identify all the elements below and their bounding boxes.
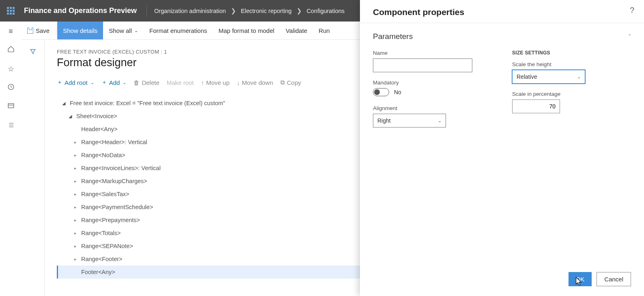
chevron-up-icon[interactable]: ˄ — [628, 33, 631, 40]
chevron-right-icon: ❯ — [231, 8, 236, 14]
tree-label: Range<SEPANote> — [81, 243, 133, 249]
scale-height-value: Relative — [517, 73, 537, 80]
home-icon[interactable] — [7, 45, 15, 55]
add-root-button[interactable]: ＋Add root⌄ — [57, 79, 94, 86]
expand-icon[interactable] — [73, 244, 77, 249]
cancel-button[interactable]: Cancel — [597, 272, 631, 286]
expand-icon[interactable] — [73, 218, 77, 223]
move-down-button[interactable]: ↓Move down — [237, 79, 273, 86]
add-root-label: Add root — [65, 79, 88, 86]
show-details-button[interactable]: Show details — [57, 22, 103, 39]
alignment-select[interactable]: Right ⌄ — [373, 114, 446, 127]
collapse-icon[interactable]: ◢ — [62, 101, 66, 106]
save-button[interactable]: Save — [22, 22, 55, 39]
filter-icon[interactable] — [29, 48, 37, 296]
add-button[interactable]: ＋Add⌄ — [101, 79, 127, 86]
help-icon[interactable]: ? — [630, 6, 634, 15]
scale-height-select[interactable]: Relative ⌄ — [512, 70, 585, 84]
waffle-icon — [7, 7, 15, 15]
plus-icon: ＋ — [101, 79, 107, 86]
svg-rect-1 — [8, 104, 14, 108]
scale-height-label: Scale the height — [512, 61, 631, 67]
size-settings-heading: SIZE SETTINGS — [512, 50, 631, 56]
breadcrumb-item[interactable]: Electronic reporting — [241, 8, 292, 14]
component-properties-panel: ? Component properties Parameters ˄ Name… — [360, 0, 644, 296]
arrow-down-icon: ↓ — [237, 79, 240, 86]
collapse-icon[interactable]: ◢ — [68, 114, 72, 119]
tree-label: Range<MarkupCharges> — [81, 178, 147, 184]
tree-label: Range<SalesTax> — [81, 191, 129, 197]
chevron-down-icon: ⌄ — [90, 80, 94, 85]
name-input[interactable] — [373, 58, 472, 72]
tree-label: Range<NoData> — [81, 152, 125, 158]
mandatory-toggle[interactable] — [373, 88, 389, 96]
arrow-up-icon: ↑ — [201, 79, 204, 86]
tree-label: Footer<Any> — [81, 269, 115, 275]
delete-label: Delete — [142, 79, 159, 86]
copy-label: Copy — [287, 79, 301, 86]
tree-label: Range<InvoiceLines>: Vertical — [81, 165, 161, 171]
expand-icon[interactable] — [73, 166, 77, 171]
tree-label: Range<PaymentSchedule> — [81, 204, 153, 210]
left-nav-rail: ≡ ☆ — [0, 22, 22, 296]
chevron-down-icon: ⌄ — [134, 28, 138, 33]
separator — [146, 5, 147, 17]
tree-label: Range<Header>: Vertical — [81, 139, 147, 145]
expand-icon[interactable] — [73, 257, 77, 262]
breadcrumb-item[interactable]: Organization administration — [154, 8, 226, 14]
filter-rail — [22, 40, 45, 296]
app-launcher[interactable] — [0, 7, 22, 15]
expand-icon[interactable] — [73, 192, 77, 197]
expand-icon[interactable] — [73, 205, 77, 210]
expand-icon[interactable] — [73, 140, 77, 145]
tree-label: Sheet<Invoice> — [76, 113, 117, 119]
format-enumerations-button[interactable]: Format enumerations — [144, 22, 213, 39]
menu-icon[interactable]: ≡ — [9, 27, 13, 36]
clock-icon[interactable] — [7, 83, 15, 93]
plus-icon: ＋ — [57, 79, 62, 86]
parameters-label: Parameters — [373, 32, 413, 41]
expand-icon[interactable] — [73, 179, 77, 184]
show-details-label: Show details — [63, 27, 97, 34]
ok-button[interactable]: OK — [569, 272, 592, 286]
separator — [56, 26, 56, 36]
save-label: Save — [36, 27, 50, 34]
make-root-button: Make root — [167, 79, 194, 86]
save-icon — [27, 28, 33, 34]
parameters-section-header[interactable]: Parameters ˄ — [373, 32, 631, 41]
alignment-value: Right — [377, 117, 391, 124]
scale-percentage-label: Scale in percentage — [512, 91, 631, 97]
chevron-down-icon: ⌄ — [438, 118, 442, 123]
move-up-label: Move up — [206, 79, 230, 86]
move-up-button[interactable]: ↑Move up — [201, 79, 229, 86]
chevron-right-icon: ❯ — [297, 8, 302, 14]
tree-label: Free text invoice: Excel = "Free text in… — [70, 100, 225, 106]
show-all-label: Show all — [109, 27, 132, 34]
list-icon[interactable] — [7, 121, 15, 131]
name-label: Name — [373, 50, 492, 56]
chevron-down-icon: ⌄ — [577, 74, 581, 80]
expand-icon[interactable] — [73, 153, 77, 158]
tree-label: Range<Totals> — [81, 230, 121, 236]
trash-icon: 🗑 — [134, 79, 140, 86]
copy-icon: ⧉ — [280, 79, 285, 86]
mandatory-value: No — [394, 89, 401, 95]
app-title: Finance and Operations Preview — [22, 6, 146, 15]
add-label: Add — [109, 79, 120, 86]
move-down-label: Move down — [242, 79, 273, 86]
show-all-button[interactable]: Show all ⌄ — [103, 22, 144, 39]
alignment-label: Alignment — [373, 105, 492, 111]
breadcrumb-item[interactable]: Configurations — [307, 8, 345, 14]
scale-percentage-input[interactable] — [512, 99, 560, 113]
delete-button[interactable]: 🗑Delete — [134, 79, 159, 86]
copy-button[interactable]: ⧉Copy — [280, 79, 301, 86]
workspace-icon[interactable] — [7, 102, 15, 112]
mandatory-label: Mandatory — [373, 80, 492, 86]
star-icon[interactable]: ☆ — [8, 65, 14, 73]
expand-icon[interactable] — [73, 231, 77, 236]
tree-label: Range<Footer> — [81, 256, 123, 262]
panel-title: Component properties — [360, 0, 644, 23]
validate-button[interactable]: Validate — [280, 22, 313, 39]
map-format-button[interactable]: Map format to model — [213, 22, 280, 39]
run-button[interactable]: Run — [313, 22, 336, 39]
